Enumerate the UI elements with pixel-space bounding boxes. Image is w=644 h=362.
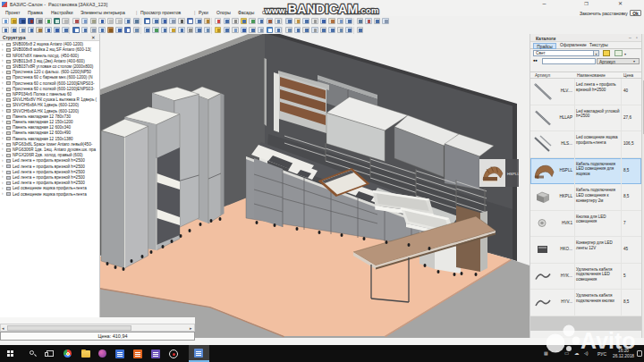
svg-text:Avito: Avito xyxy=(580,328,636,353)
svg-text:www.BANDICAM.com: www.BANDICAM.com xyxy=(264,2,379,16)
svg-text:HSPLL: HSPLL xyxy=(507,172,520,176)
